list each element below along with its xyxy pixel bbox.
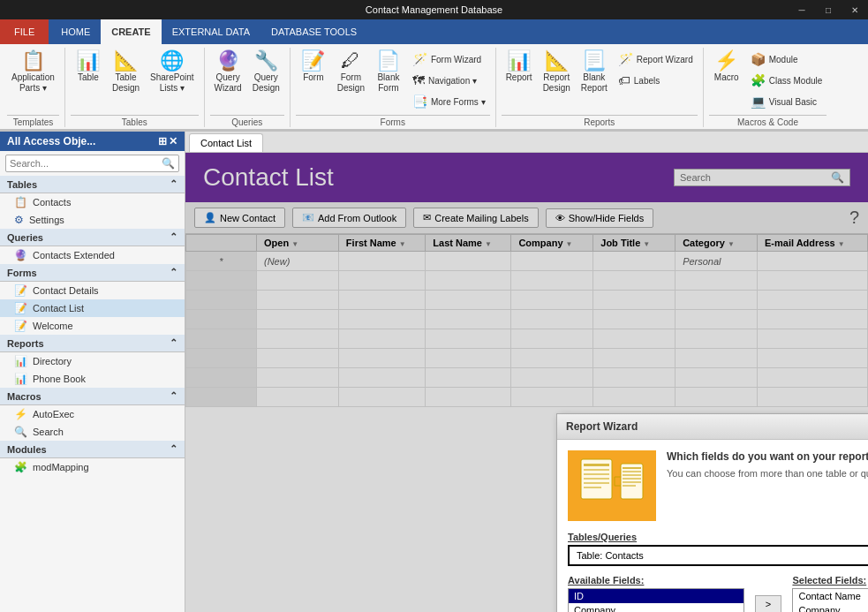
nav-item-settings[interactable]: ⚙ Settings bbox=[0, 211, 185, 229]
nav-close-icon[interactable]: ✕ bbox=[169, 135, 177, 147]
dialog-title-bar: Report Wizard ✕ bbox=[557, 414, 868, 440]
report-button[interactable]: 📊 Report bbox=[502, 48, 537, 87]
blank-report-button[interactable]: 📃 BlankReport bbox=[577, 48, 612, 97]
visual-basic-button[interactable]: 💻 Visual Basic bbox=[746, 92, 827, 111]
available-field-item-company[interactable]: Company bbox=[569, 603, 743, 612]
nav-group-modules[interactable]: Modules ⌃ bbox=[0, 441, 185, 458]
svg-rect-15 bbox=[623, 481, 641, 483]
close-button[interactable]: ✕ bbox=[842, 0, 868, 19]
tab-database-tools[interactable]: DATABASE TOOLS bbox=[260, 19, 367, 44]
svg-rect-11 bbox=[623, 467, 641, 469]
nav-search-icon: 🔍 bbox=[158, 155, 178, 171]
form-design-button[interactable]: 🖊 FormDesign bbox=[333, 48, 369, 97]
contacts-table-icon: 📋 bbox=[14, 196, 27, 208]
query-design-label: QueryDesign bbox=[253, 72, 280, 94]
class-module-button[interactable]: 🧩 Class Module bbox=[746, 71, 827, 90]
nav-group-reports[interactable]: Reports ⌃ bbox=[0, 335, 185, 352]
dialog-subtext: You can choose from more than one table … bbox=[667, 468, 868, 479]
nav-search-input[interactable] bbox=[6, 156, 158, 170]
contact-list-tab[interactable]: Contact List bbox=[189, 133, 263, 152]
blank-form-label: BlankForm bbox=[377, 72, 399, 94]
minimize-button[interactable]: ─ bbox=[789, 0, 815, 19]
nav-group-forms[interactable]: Forms ⌃ bbox=[0, 264, 185, 282]
nav-item-contact-details[interactable]: 📝 Contact Details bbox=[0, 282, 185, 299]
tab-home[interactable]: HOME bbox=[50, 19, 101, 44]
report-design-button[interactable]: 📐 ReportDesign bbox=[539, 48, 575, 97]
queries-group-label: Queries bbox=[7, 232, 43, 243]
selected-field-company[interactable]: Company bbox=[793, 603, 868, 612]
nav-item-contacts-extended[interactable]: 🔮 Contacts Extended bbox=[0, 246, 185, 264]
forms-items: 📝 Form 🖊 FormDesign 📄 BlankForm 🪄 Form W… bbox=[296, 48, 490, 113]
report-label: Report bbox=[506, 72, 532, 83]
dialog-top-section: Which fields do you want on your report?… bbox=[568, 450, 868, 521]
contacts-extended-label: Contacts Extended bbox=[33, 250, 115, 261]
table-design-button[interactable]: 📐 TableDesign bbox=[108, 48, 144, 97]
report-design-icon: 📐 bbox=[545, 51, 569, 71]
tab-external-data[interactable]: EXTERNAL DATA bbox=[162, 19, 260, 44]
blank-report-icon: 📃 bbox=[582, 51, 606, 71]
form-wizard-button[interactable]: 🪄 Form Wizard bbox=[408, 49, 490, 69]
dialog-heading: Which fields do you want on your report? bbox=[667, 450, 868, 463]
queries-chevron-icon: ⌃ bbox=[170, 231, 177, 243]
nav-item-phone-book[interactable]: 📊 Phone Book bbox=[0, 370, 185, 388]
blank-form-button[interactable]: 📄 BlankForm bbox=[371, 48, 406, 97]
phone-book-label: Phone Book bbox=[33, 374, 86, 384]
module-button[interactable]: 📦 Module bbox=[746, 49, 827, 69]
settings-icon: ⚙ bbox=[14, 214, 24, 226]
available-fields-list[interactable]: ID Company Last Name First Name E-mail A… bbox=[568, 588, 744, 612]
mod-mapping-icon: 🧩 bbox=[14, 461, 27, 473]
visual-basic-icon: 💻 bbox=[751, 94, 766, 109]
mod-mapping-label: modMapping bbox=[33, 462, 89, 472]
nav-group-macros[interactable]: Macros ⌃ bbox=[0, 388, 185, 405]
macro-button[interactable]: ⚡ Macro bbox=[709, 48, 744, 87]
nav-item-autoexec[interactable]: ⚡ AutoExec bbox=[0, 405, 185, 423]
tables-queries-label: Tables/Queries bbox=[568, 532, 868, 542]
nav-item-search-macro[interactable]: 🔍 Search bbox=[0, 423, 185, 441]
modules-chevron-icon: ⌃ bbox=[170, 443, 177, 455]
nav-expand-icon[interactable]: ⊞ bbox=[158, 135, 167, 147]
report-wizard-button[interactable]: 🪄 Report Wizard bbox=[614, 49, 698, 69]
modules-nav-group-label: Modules bbox=[7, 444, 47, 455]
application-parts-button[interactable]: 📋 ApplicationParts ▾ bbox=[7, 48, 59, 97]
tables-group-label: Tables bbox=[7, 179, 37, 190]
labels-button[interactable]: 🏷 Labels bbox=[614, 71, 698, 90]
available-fields-container: Available Fields: ID Company Last Name F… bbox=[568, 575, 744, 612]
selected-fields-list[interactable]: Contact Name Company Business Phone Mobi… bbox=[792, 588, 868, 612]
contact-details-label: Contact Details bbox=[33, 285, 99, 296]
nav-item-directory[interactable]: 📊 Directory bbox=[0, 352, 185, 370]
nav-item-mod-mapping[interactable]: 🧩 modMapping bbox=[0, 458, 185, 476]
nav-item-contacts[interactable]: 📋 Contacts bbox=[0, 193, 185, 211]
nav-group-queries[interactable]: Queries ⌃ bbox=[0, 229, 185, 246]
nav-search-box: 🔍 bbox=[5, 155, 179, 172]
report-design-label: ReportDesign bbox=[543, 72, 570, 94]
navigation-button[interactable]: 🗺 Navigation ▾ bbox=[408, 71, 490, 90]
ribbon-group-macros: ⚡ Macro 📦 Module 🧩 Class Module 💻 Visual… bbox=[704, 48, 833, 127]
svg-rect-5 bbox=[584, 482, 609, 484]
window-title: Contact Management Database bbox=[366, 4, 502, 15]
nav-item-welcome[interactable]: 📝 Welcome bbox=[0, 317, 185, 335]
form-button[interactable]: 📝 Form bbox=[296, 48, 331, 87]
available-field-item-id[interactable]: ID bbox=[569, 589, 743, 603]
contact-details-icon: 📝 bbox=[14, 284, 27, 297]
restore-button[interactable]: □ bbox=[815, 0, 842, 19]
sharepoint-lists-button[interactable]: 🌐 SharePointLists ▾ bbox=[146, 48, 198, 97]
svg-rect-13 bbox=[623, 474, 641, 476]
table-query-select[interactable]: Table: Contacts bbox=[568, 545, 868, 566]
svg-rect-16 bbox=[623, 485, 636, 487]
reports-nav-group-label: Reports bbox=[7, 338, 44, 349]
more-forms-button[interactable]: 📑 More Forms ▾ bbox=[408, 92, 490, 111]
move-right-button[interactable]: > bbox=[755, 595, 782, 612]
main-layout: All Access Obje... ⊞ ✕ 🔍 Tables ⌃ 📋 Cont… bbox=[0, 132, 868, 612]
nav-item-contact-list[interactable]: 📝 Contact List bbox=[0, 299, 185, 317]
nav-group-tables[interactable]: Tables ⌃ bbox=[0, 176, 185, 193]
query-wizard-button[interactable]: 🔮 QueryWizard bbox=[210, 48, 246, 97]
tab-create[interactable]: CREATE bbox=[101, 19, 161, 44]
title-bar: Contact Management Database ─ □ ✕ bbox=[0, 0, 868, 19]
svg-rect-4 bbox=[584, 478, 609, 480]
tab-file[interactable]: FILE bbox=[0, 19, 49, 44]
selected-field-contact-name[interactable]: Contact Name bbox=[793, 589, 868, 603]
settings-label: Settings bbox=[29, 215, 64, 225]
query-design-button[interactable]: 🔧 QueryDesign bbox=[248, 48, 284, 97]
table-button[interactable]: 📊 Table bbox=[71, 48, 106, 87]
form-wizard-label: Form Wizard bbox=[431, 55, 481, 64]
